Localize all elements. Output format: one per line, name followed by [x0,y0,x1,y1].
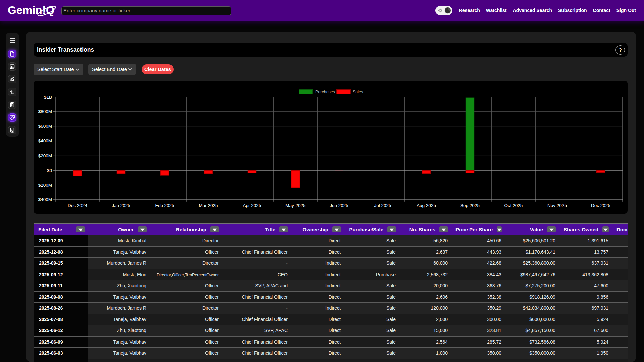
svg-text:Apr 2025: Apr 2025 [243,203,261,208]
svg-text:Oct 2025: Oct 2025 [504,203,523,208]
svg-text:Feb 2025: Feb 2025 [155,203,174,208]
svg-text:Sales: Sales [353,89,363,94]
svg-text:$1B: $1B [44,95,52,100]
svg-text:Purchases: Purchases [315,89,335,94]
svg-text:Gemin!Q: Gemin!Q [8,4,54,16]
svg-text:$400M: $400M [38,138,52,143]
svg-text:$800M: $800M [38,109,52,114]
svg-text:Dec 2025: Dec 2025 [591,203,610,208]
svg-text:$400M: $400M [38,197,52,202]
svg-text:Jan 2025: Jan 2025 [112,203,130,208]
svg-text:$200M: $200M [38,183,52,188]
svg-text:$200M: $200M [38,153,52,158]
svg-text:Jun 2025: Jun 2025 [330,203,348,208]
svg-text:Aug 2025: Aug 2025 [417,203,436,208]
svg-text:Sep 2025: Sep 2025 [460,203,480,208]
svg-text:Dec 2024: Dec 2024 [68,203,87,208]
svg-text:$0: $0 [47,168,52,173]
svg-text:May 2025: May 2025 [285,203,305,208]
svg-text:Nov 2025: Nov 2025 [547,203,567,208]
svg-text:$600M: $600M [38,124,52,129]
svg-text:Jul 2025: Jul 2025 [374,203,391,208]
svg-text:Mar 2025: Mar 2025 [199,203,218,208]
